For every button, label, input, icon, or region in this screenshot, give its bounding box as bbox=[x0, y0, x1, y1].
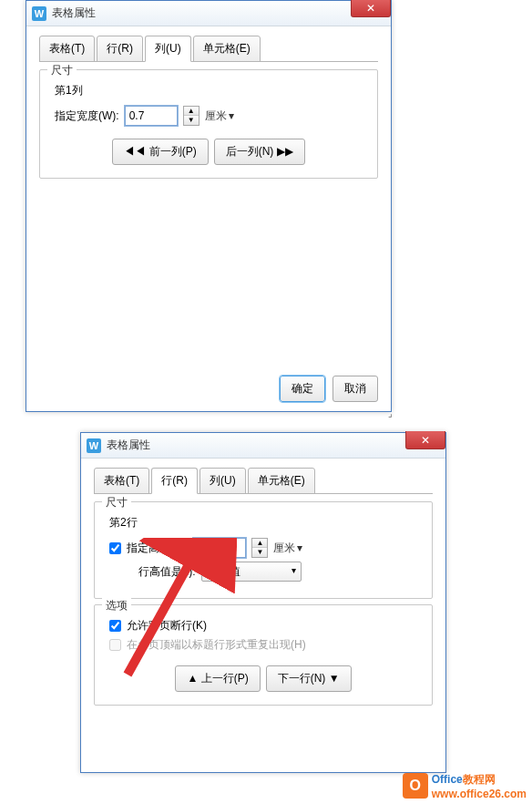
next-label: 后一列(N) bbox=[226, 145, 274, 158]
dialog-body: 表格(T) 行(R) 列(U) 单元格(E) 尺寸 第2行 指定高度(S): ▲… bbox=[81, 459, 445, 715]
prev-label: 上一行(P) bbox=[201, 672, 249, 685]
tabstrip: 表格(T) 行(R) 列(U) 单元格(E) bbox=[39, 36, 378, 62]
unit-label: 厘米 bbox=[205, 108, 227, 124]
close-icon: ✕ bbox=[366, 2, 375, 15]
unit-dropdown[interactable]: 厘米 ▾ bbox=[205, 108, 234, 124]
watermark-text: Office教程网 www.office26.com bbox=[432, 770, 527, 800]
tab-cell[interactable]: 单元格(E) bbox=[248, 468, 315, 494]
size-group: 尺寸 第2行 指定高度(S): ▲ ▼ 厘米 ▾ 行高值是(I): 最小值 bbox=[94, 501, 433, 599]
group-title-size: 尺寸 bbox=[102, 495, 131, 510]
next-row-button[interactable]: 下一行(N) ▼ bbox=[266, 665, 352, 692]
spinner-up-icon[interactable]: ▲ bbox=[184, 107, 199, 116]
prev-label: 前一列(P) bbox=[149, 145, 197, 158]
watermark-brand2: 教程网 bbox=[463, 773, 496, 786]
tabstrip: 表格(T) 行(R) 列(U) 单元格(E) bbox=[94, 468, 433, 494]
watermark-brand1: Office bbox=[432, 773, 463, 786]
unit-dropdown[interactable]: 厘米 ▾ bbox=[273, 541, 302, 556]
titlebar[interactable]: W 表格属性 ✕ bbox=[81, 433, 445, 459]
tab-table[interactable]: 表格(T) bbox=[39, 36, 95, 62]
chevron-down-icon: ▾ bbox=[297, 541, 302, 554]
row-label: 第2行 bbox=[109, 515, 421, 531]
row-height-is-value: 最小值 bbox=[208, 565, 240, 578]
app-icon: W bbox=[32, 6, 46, 21]
table-properties-dialog-row: W 表格属性 ✕ 表格(T) 行(R) 列(U) 单元格(E) 尺寸 第2行 指… bbox=[80, 432, 446, 773]
height-label: 指定高度(S): bbox=[127, 541, 188, 556]
dialog-footer: 确定 取消 bbox=[280, 376, 378, 402]
width-row: 指定宽度(W): ▲ ▼ 厘米 ▾ bbox=[55, 106, 366, 126]
width-input[interactable] bbox=[125, 106, 178, 126]
row-height-is-select[interactable]: 最小值 bbox=[201, 562, 302, 582]
unit-label: 厘米 bbox=[273, 541, 295, 556]
spinner-down-icon[interactable]: ▼ bbox=[184, 116, 199, 125]
watermark-url: www.office26.com bbox=[432, 788, 527, 800]
next-label: 下一行(N) bbox=[278, 672, 326, 685]
nav-buttons: ▲ 上一行(P) 下一行(N) ▼ bbox=[106, 665, 421, 692]
tab-column[interactable]: 列(U) bbox=[145, 36, 191, 62]
repeat-header-checkbox bbox=[109, 639, 121, 651]
dialog-body: 表格(T) 行(R) 列(U) 单元格(E) 尺寸 第1列 指定宽度(W): ▲… bbox=[26, 26, 391, 188]
height-input[interactable] bbox=[193, 538, 246, 558]
close-button[interactable]: ✕ bbox=[351, 0, 391, 17]
tab-column[interactable]: 列(U) bbox=[200, 468, 246, 494]
app-icon: W bbox=[87, 438, 101, 453]
prev-row-button[interactable]: ▲ 上一行(P) bbox=[175, 665, 260, 692]
height-spinner: ▲ ▼ bbox=[251, 538, 268, 558]
watermark: O Office教程网 www.office26.com bbox=[403, 770, 527, 800]
next-column-button[interactable]: 后一列(N) ▶▶ bbox=[214, 139, 305, 165]
column-label: 第1列 bbox=[55, 83, 366, 98]
close-button[interactable]: ✕ bbox=[405, 431, 445, 449]
close-icon: ✕ bbox=[421, 434, 430, 447]
dialog-title: 表格属性 bbox=[107, 438, 150, 453]
spinner-up-icon[interactable]: ▲ bbox=[252, 539, 267, 548]
group-title-size: 尺寸 bbox=[47, 63, 77, 78]
prev-column-button[interactable]: ◀◀ 前一列(P) bbox=[112, 139, 208, 165]
allow-break-row: 允许跨页断行(K) bbox=[109, 618, 421, 634]
nav-buttons: ◀◀ 前一列(P) 后一列(N) ▶▶ bbox=[51, 139, 366, 165]
row-height-is-row: 行高值是(I): 最小值 bbox=[138, 562, 421, 582]
allow-break-label: 允许跨页断行(K) bbox=[127, 618, 207, 634]
dialog-title: 表格属性 bbox=[52, 5, 96, 21]
row-height-is-label: 行高值是(I): bbox=[138, 564, 196, 580]
spinner-down-icon[interactable]: ▼ bbox=[252, 548, 267, 557]
repeat-header-row: 在各页顶端以标题行形式重复出现(H) bbox=[109, 637, 421, 653]
width-label: 指定宽度(W): bbox=[55, 108, 119, 124]
group-title-options: 选项 bbox=[102, 598, 131, 613]
tab-table[interactable]: 表格(T) bbox=[94, 468, 149, 494]
height-checkbox[interactable] bbox=[109, 542, 121, 554]
titlebar[interactable]: W 表格属性 ✕ bbox=[26, 1, 391, 26]
cancel-button[interactable]: 取消 bbox=[332, 376, 378, 402]
options-group: 选项 允许跨页断行(K) 在各页顶端以标题行形式重复出现(H) ▲ 上一行(P)… bbox=[94, 604, 433, 706]
ok-button[interactable]: 确定 bbox=[280, 376, 325, 402]
chevron-down-icon: ▾ bbox=[229, 109, 234, 122]
height-row: 指定高度(S): ▲ ▼ 厘米 ▾ bbox=[109, 538, 421, 558]
allow-break-checkbox[interactable] bbox=[109, 620, 121, 632]
tab-row[interactable]: 行(R) bbox=[151, 468, 198, 494]
size-group: 尺寸 第1列 指定宽度(W): ▲ ▼ 厘米 ▾ ◀◀ 前一列(P) 后一列(N… bbox=[39, 69, 378, 179]
width-spinner: ▲ ▼ bbox=[183, 106, 200, 126]
tab-row[interactable]: 行(R) bbox=[97, 36, 143, 62]
watermark-icon: O bbox=[403, 773, 428, 799]
table-properties-dialog-column: W 表格属性 ✕ 表格(T) 行(R) 列(U) 单元格(E) 尺寸 第1列 指… bbox=[26, 0, 392, 412]
resize-handle-icon: ⌟ bbox=[388, 408, 393, 418]
tab-cell[interactable]: 单元格(E) bbox=[193, 36, 261, 62]
repeat-header-label: 在各页顶端以标题行形式重复出现(H) bbox=[127, 637, 306, 653]
